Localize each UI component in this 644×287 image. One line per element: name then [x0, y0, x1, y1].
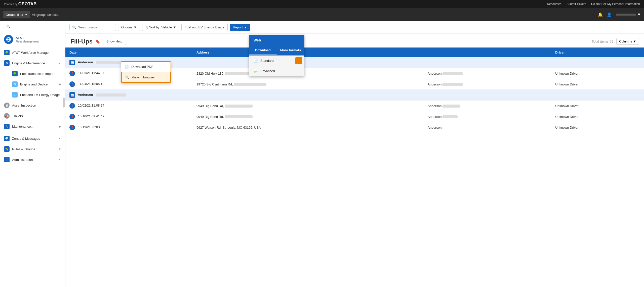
fuel-transaction-label: Fuel Transaction Import	[20, 72, 55, 76]
report-tab-download[interactable]: Download	[249, 46, 277, 55]
cell-address: 9949 Big Bend Rd,	[192, 101, 424, 111]
cell-driver: Unknown Driver	[551, 111, 644, 122]
row1-address: 2320 Old Hwy 135,	[196, 72, 224, 75]
groups-bar: Groups filter ▼ All groups selected 🔔 👤 …	[0, 8, 644, 21]
options-label: Options	[121, 25, 133, 29]
sidebar-item-rules-groups[interactable]: 📏 Rules & Groups ▼	[0, 144, 65, 154]
cell-date: 📍 10/19/21 22:03:35	[65, 122, 192, 133]
report-tab-more[interactable]: More formats	[277, 46, 304, 55]
fuel-ev-icon: 💧	[12, 92, 18, 98]
cell-location: Anderson	[424, 68, 551, 79]
workforce-manager-label: AT&T Workforce Manager	[12, 51, 50, 55]
row5-address: 9927 Watson Rd, St. Louis, MO 63126, USA	[196, 126, 261, 129]
do-not-sell-link[interactable]: Do Not Sell My Personal Information	[591, 2, 640, 6]
groups-bar-right: 🔔 👤 ▼	[598, 12, 641, 17]
groups-filter-label: Groups filter	[6, 13, 23, 17]
search-icon: 🔍	[72, 25, 76, 29]
download-pdf-label: Download PDF	[131, 65, 153, 69]
view-in-browser-label: View in browser	[132, 75, 155, 79]
advanced-more-options-button[interactable]: ⋮	[297, 68, 304, 74]
bookmark-icon[interactable]: 🔖	[95, 39, 100, 44]
table-row[interactable]: 📍 10/10/21 09:41:49 9949 Big Bend Rd, An…	[65, 111, 644, 122]
submit-tickets-link[interactable]: Submit Tickets	[567, 2, 586, 6]
sidebar-item-fuel-transaction-import[interactable]: 🧩 Fuel Transaction Import	[0, 68, 65, 79]
table-row[interactable]: 📍 10/02/21 11:08:24 9949 Big Bend Rd, An…	[65, 101, 644, 111]
report-standard-item[interactable]: 📄 Standard	[249, 56, 295, 66]
groups-filter-chevron-icon: ▼	[25, 13, 27, 16]
cell-address: 2320 Old Hwy 135,	[192, 68, 424, 79]
content-area: 🔍 Options ▼ ⇅ Sort by: Vehicle ▼ Fuel an…	[65, 21, 644, 287]
group-chart-icon: 📊	[69, 92, 75, 98]
report-web-item[interactable]: Web	[249, 35, 304, 46]
zones-messages-icon: 💬	[4, 136, 10, 141]
standard-icon: 📄	[254, 59, 258, 63]
sidebar-nav: 🧩 AT&T Workforce Manager ⚙ Engine & Main…	[0, 47, 65, 287]
fuel-transaction-icon: 🧩	[12, 71, 18, 76]
sidebar-item-administration[interactable]: 🛡 Administration ▼	[0, 154, 65, 165]
sort-by-label: Sort by:	[149, 25, 160, 29]
submenu-view-in-browser[interactable]: 🔍 View in browser	[121, 72, 171, 83]
show-help-button[interactable]: Show Help	[103, 38, 126, 45]
columns-button[interactable]: Columns ▼	[616, 38, 639, 45]
resources-link[interactable]: Resources	[547, 2, 561, 6]
sidebar-item-engine-device[interactable]: ⚙ Engine and Device... ▶	[0, 79, 65, 89]
sidebar-item-fuel-ev[interactable]: 💧 Fuel and EV Energy Usage	[0, 89, 65, 100]
row1-date: 11/03/21 11:44:07	[78, 71, 104, 75]
asset-inspection-icon: 📋	[4, 103, 10, 108]
sort-chevron-icon: ▼	[173, 25, 176, 29]
group2-blurred-text	[96, 93, 126, 97]
col-location	[424, 47, 551, 57]
page-header-right: Total items 53 Columns ▼	[592, 38, 639, 45]
report-button[interactable]: Report ▲	[230, 24, 250, 31]
location-pin-icon: 📍	[69, 71, 75, 76]
sidebar-item-trailers[interactable]: 🚛 Trailers	[0, 111, 65, 121]
row5-date: 10/19/21 22:03:35	[78, 125, 104, 129]
groups-filter-button[interactable]: Groups filter ▼	[3, 11, 30, 18]
user-dropdown[interactable]: ▼	[616, 12, 641, 17]
maintenance-icon: 🔧	[4, 124, 10, 129]
group2-name: Anderson	[78, 93, 93, 97]
sidebar-item-engine-maintenance[interactable]: ⚙ Engine & Maintenance ▲	[0, 58, 65, 68]
row4-date: 10/10/21 09:41:49	[78, 114, 104, 118]
row4-location: Anderson	[428, 115, 442, 119]
fuel-filter-button[interactable]: Fuel and EV Energy Usage	[181, 24, 228, 31]
standard-more-options-button[interactable]: ⋮	[295, 57, 302, 64]
submenu-download-pdf[interactable]: 📄 Download PDF	[121, 62, 171, 72]
location-pin-icon: 📍	[69, 114, 75, 119]
sort-icon: ⇅	[145, 25, 148, 29]
row3-address-blurred	[225, 105, 253, 108]
search-input[interactable]	[78, 25, 113, 29]
report-advanced-item[interactable]: 📊 Advanced	[249, 66, 297, 76]
view-in-browser-icon: 🔍	[125, 75, 129, 79]
zones-messages-chevron-icon: ▼	[58, 137, 61, 140]
rules-groups-icon: 📏	[4, 146, 10, 152]
notification-bell-icon[interactable]: 🔔	[598, 12, 603, 17]
search-box[interactable]: 🔍	[69, 24, 116, 31]
trailers-icon: 🚛	[4, 113, 10, 119]
sidebar-item-workforce-manager[interactable]: 🧩 AT&T Workforce Manager	[0, 47, 65, 58]
sidebar-item-maintenance[interactable]: 🔧 Maintenance... ▶	[0, 121, 65, 132]
table-header-row: Date Address Driver	[65, 47, 644, 57]
sidebar: 🔍 AT&T Fleet Management 🧩	[0, 21, 65, 287]
report-label: Report	[233, 25, 243, 29]
table-group-row: 📊 Anderson	[65, 90, 644, 101]
cell-location: Anderson	[424, 101, 551, 111]
page-title-area: Fill-Ups 🔖 Show Help	[70, 38, 126, 45]
sidebar-item-asset-inspection[interactable]: 📋 Asset Inspection	[0, 100, 65, 111]
sidebar-item-zones-messages[interactable]: 💬 Zones & Messages ▼	[0, 133, 65, 144]
fuel-filter-label: Fuel and EV Energy Usage	[185, 25, 224, 29]
table-row[interactable]: 📍 10/19/21 22:03:35 9927 Watson Rd, St. …	[65, 122, 644, 133]
sort-value-label: Vehicle	[161, 25, 172, 29]
engine-maintenance-icon: ⚙	[4, 60, 10, 66]
row2-location-blurred	[442, 83, 463, 86]
data-table: Date Address Driver 📊 Anderson	[65, 47, 644, 133]
submenu: 📄 Download PDF 🔍 View in browser	[121, 61, 171, 83]
geotab-logo: Powered by GEOTAB	[4, 2, 37, 6]
options-button[interactable]: Options ▼	[118, 24, 140, 31]
all-groups-selected-text: All groups selected	[32, 13, 60, 17]
row1-location: Anderson	[428, 72, 442, 75]
col-address: Address	[192, 47, 424, 57]
user-account-icon[interactable]: 👤	[607, 12, 612, 17]
page-title: Fill-Ups	[70, 38, 93, 45]
sort-by-button[interactable]: ⇅ Sort by: Vehicle ▼	[142, 24, 180, 31]
